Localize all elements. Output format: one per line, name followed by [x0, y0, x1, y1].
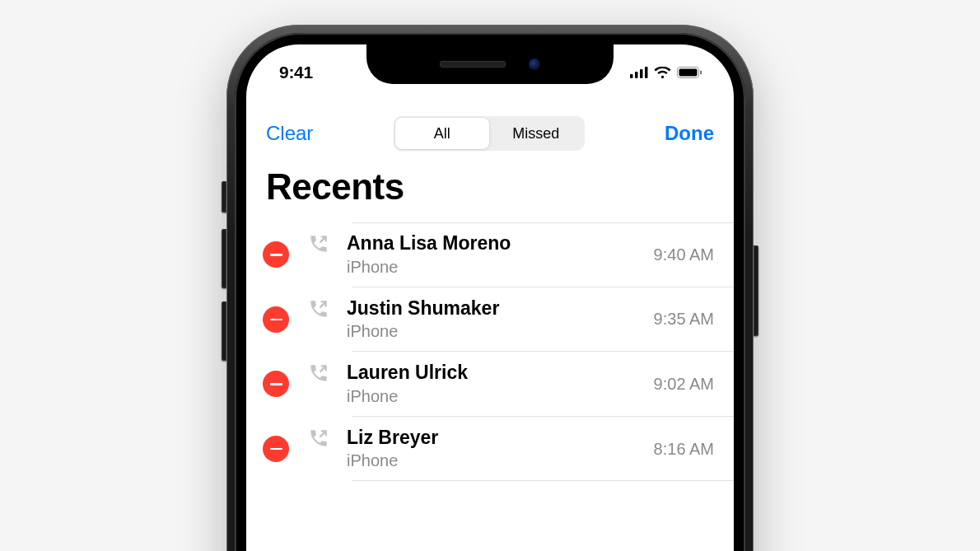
call-time: 9:35 AM [654, 310, 714, 329]
call-info: Liz BreyeriPhone [347, 427, 646, 472]
phone-frame: 9:41 [226, 25, 754, 551]
svg-rect-3 [645, 67, 648, 78]
call-name: Lauren Ulrick [347, 362, 646, 385]
segmented-control[interactable]: All Missed [394, 116, 585, 151]
svg-rect-0 [630, 74, 633, 78]
notch [366, 44, 614, 84]
cellular-signal-icon [630, 67, 648, 78]
status-time: 9:41 [279, 63, 313, 82]
call-name: Liz Breyer [347, 427, 646, 450]
call-subtitle: iPhone [347, 385, 646, 407]
call-info: Justin ShumakeriPhone [347, 297, 646, 343]
call-row[interactable]: Lauren UlrickiPhone9:02 AM [246, 352, 734, 417]
delete-button[interactable] [263, 371, 289, 397]
minus-icon [270, 383, 282, 385]
screen: 9:41 [246, 44, 734, 551]
power-button [754, 245, 758, 336]
svg-rect-5 [679, 69, 698, 77]
call-subtitle: iPhone [347, 320, 646, 342]
clear-button[interactable]: Clear [266, 122, 313, 145]
call-row[interactable]: Justin ShumakeriPhone9:35 AM [246, 287, 734, 353]
call-subtitle: iPhone [347, 256, 646, 278]
svg-rect-1 [635, 72, 638, 78]
status-icons [630, 67, 702, 79]
minus-icon [270, 448, 282, 451]
svg-rect-6 [700, 71, 702, 75]
minus-icon [270, 254, 282, 256]
call-time: 9:02 AM [654, 375, 714, 394]
svg-rect-2 [640, 69, 643, 78]
call-subtitle: iPhone [347, 450, 646, 471]
front-camera [529, 58, 540, 70]
recents-list[interactable]: Anna Lisa MorenoiPhone9:40 AMJustin Shum… [246, 222, 734, 481]
call-row[interactable]: Liz BreyeriPhone8:16 AM [246, 417, 734, 482]
wifi-icon [654, 67, 671, 79]
minus-icon [270, 319, 282, 321]
outgoing-call-icon [302, 233, 335, 254]
outgoing-call-icon [302, 362, 335, 384]
nav-bar: Clear All Missed Done [246, 109, 734, 158]
call-info: Anna Lisa MorenoiPhone [347, 232, 646, 278]
call-name: Anna Lisa Moreno [347, 232, 646, 255]
delete-button[interactable] [263, 436, 289, 462]
call-row[interactable]: Anna Lisa MorenoiPhone9:40 AM [246, 222, 734, 287]
battery-icon [677, 67, 702, 78]
outgoing-call-icon [302, 298, 335, 320]
page-title: Recents [266, 166, 404, 208]
tab-all[interactable]: All [395, 118, 489, 149]
call-time: 8:16 AM [654, 440, 714, 459]
call-name: Justin Shumaker [347, 297, 646, 320]
call-time: 9:40 AM [654, 245, 714, 264]
tab-missed[interactable]: Missed [489, 118, 583, 149]
speaker-grille [440, 61, 506, 68]
done-button[interactable]: Done [665, 122, 714, 145]
outgoing-call-icon [302, 427, 335, 449]
delete-button[interactable] [263, 306, 289, 333]
call-info: Lauren UlrickiPhone [347, 362, 646, 407]
delete-button[interactable] [263, 241, 289, 268]
